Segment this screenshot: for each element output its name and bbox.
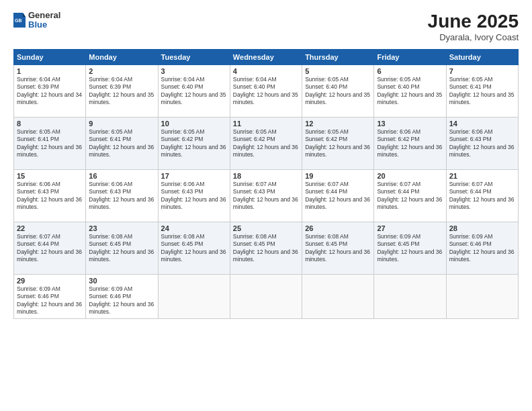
calendar-cell: [446, 275, 518, 319]
logo-blue: Blue: [28, 20, 60, 30]
svg-text:GB: GB: [15, 18, 22, 23]
day-number: 3: [161, 67, 227, 75]
day-number: 8: [17, 120, 83, 128]
col-header-friday: Friday: [374, 50, 446, 65]
logo-general: General: [28, 11, 60, 20]
day-info: Sunrise: 6:05 AMSunset: 6:40 PMDaylight:…: [305, 76, 370, 105]
day-number: 12: [305, 120, 371, 128]
day-info: Sunrise: 6:09 AMSunset: 6:46 PMDaylight:…: [449, 233, 515, 263]
day-number: 21: [449, 172, 515, 180]
day-info: Sunrise: 6:04 AMSunset: 6:40 PMDaylight:…: [233, 76, 298, 105]
day-number: 4: [233, 67, 299, 75]
calendar-cell: 20 Sunrise: 6:07 AMSunset: 6:44 PMDaylig…: [374, 170, 446, 222]
calendar-cell: 28 Sunrise: 6:09 AMSunset: 6:46 PMDaylig…: [446, 222, 518, 275]
day-info: Sunrise: 6:05 AMSunset: 6:40 PMDaylight:…: [377, 76, 442, 105]
calendar-cell: 19 Sunrise: 6:07 AMSunset: 6:44 PMDaylig…: [302, 170, 374, 222]
calendar-cell: 26 Sunrise: 6:08 AMSunset: 6:45 PMDaylig…: [302, 222, 374, 275]
col-header-thursday: Thursday: [302, 50, 374, 65]
day-info: Sunrise: 6:07 AMSunset: 6:44 PMDaylight:…: [17, 233, 82, 263]
day-number: 30: [89, 277, 154, 285]
day-info: Sunrise: 6:06 AMSunset: 6:43 PMDaylight:…: [449, 128, 515, 158]
day-info: Sunrise: 6:08 AMSunset: 6:45 PMDaylight:…: [161, 233, 226, 263]
calendar-cell: [158, 275, 230, 319]
day-number: 18: [233, 172, 299, 180]
logo-text: General Blue: [28, 11, 60, 30]
logo: GB General Blue: [13, 11, 60, 30]
day-info: Sunrise: 6:04 AMSunset: 6:39 PMDaylight:…: [89, 76, 154, 105]
day-info: Sunrise: 6:07 AMSunset: 6:44 PMDaylight:…: [449, 181, 515, 210]
day-info: Sunrise: 6:05 AMSunset: 6:42 PMDaylight:…: [161, 128, 226, 158]
calendar-cell: 18 Sunrise: 6:07 AMSunset: 6:43 PMDaylig…: [230, 170, 302, 222]
calendar-cell: 8 Sunrise: 6:05 AMSunset: 6:41 PMDayligh…: [14, 118, 86, 170]
calendar-cell: 7 Sunrise: 6:05 AMSunset: 6:41 PMDayligh…: [446, 65, 518, 118]
col-header-tuesday: Tuesday: [158, 50, 230, 65]
day-info: Sunrise: 6:08 AMSunset: 6:45 PMDaylight:…: [89, 233, 154, 263]
day-info: Sunrise: 6:09 AMSunset: 6:45 PMDaylight:…: [377, 233, 442, 263]
calendar-cell: [374, 275, 446, 319]
calendar-cell: 24 Sunrise: 6:08 AMSunset: 6:45 PMDaylig…: [158, 222, 230, 275]
col-header-monday: Monday: [86, 50, 158, 65]
calendar-week-3: 15 Sunrise: 6:06 AMSunset: 6:43 PMDaylig…: [14, 170, 519, 222]
calendar-week-5: 29 Sunrise: 6:09 AMSunset: 6:46 PMDaylig…: [14, 275, 519, 319]
calendar-header-row: SundayMondayTuesdayWednesdayThursdayFrid…: [14, 50, 519, 65]
calendar-cell: 5 Sunrise: 6:05 AMSunset: 6:40 PMDayligh…: [302, 65, 374, 118]
day-number: 27: [377, 224, 443, 232]
day-number: 26: [305, 224, 371, 232]
day-number: 29: [17, 277, 83, 285]
day-info: Sunrise: 6:04 AMSunset: 6:40 PMDaylight:…: [161, 76, 226, 105]
day-info: Sunrise: 6:06 AMSunset: 6:43 PMDaylight:…: [89, 181, 154, 210]
calendar-cell: 1 Sunrise: 6:04 AMSunset: 6:39 PMDayligh…: [14, 65, 86, 118]
calendar-cell: 11 Sunrise: 6:05 AMSunset: 6:42 PMDaylig…: [230, 118, 302, 170]
calendar-cell: 4 Sunrise: 6:04 AMSunset: 6:40 PMDayligh…: [230, 65, 302, 118]
location-subtitle: Dyarala, Ivory Coast: [428, 32, 519, 42]
day-number: 7: [449, 67, 515, 75]
col-header-saturday: Saturday: [446, 50, 518, 65]
day-info: Sunrise: 6:06 AMSunset: 6:42 PMDaylight:…: [377, 128, 442, 158]
calendar-cell: [302, 275, 374, 319]
logo-icon: GB: [13, 13, 26, 28]
calendar-cell: 15 Sunrise: 6:06 AMSunset: 6:43 PMDaylig…: [14, 170, 86, 222]
calendar-cell: 21 Sunrise: 6:07 AMSunset: 6:44 PMDaylig…: [446, 170, 518, 222]
header: GB General Blue June 2025 Dyarala, Ivory…: [13, 11, 519, 42]
calendar-week-1: 1 Sunrise: 6:04 AMSunset: 6:39 PMDayligh…: [14, 65, 519, 118]
day-number: 15: [17, 172, 83, 180]
calendar-cell: 17 Sunrise: 6:06 AMSunset: 6:43 PMDaylig…: [158, 170, 230, 222]
day-info: Sunrise: 6:06 AMSunset: 6:43 PMDaylight:…: [17, 181, 82, 210]
calendar-cell: 10 Sunrise: 6:05 AMSunset: 6:42 PMDaylig…: [158, 118, 230, 170]
day-number: 6: [377, 67, 443, 75]
day-info: Sunrise: 6:06 AMSunset: 6:43 PMDaylight:…: [161, 181, 226, 210]
calendar-table: SundayMondayTuesdayWednesdayThursdayFrid…: [13, 49, 519, 319]
day-info: Sunrise: 6:09 AMSunset: 6:46 PMDaylight:…: [17, 285, 82, 315]
day-number: 5: [305, 67, 371, 75]
calendar-cell: 22 Sunrise: 6:07 AMSunset: 6:44 PMDaylig…: [14, 222, 86, 275]
calendar-cell: 6 Sunrise: 6:05 AMSunset: 6:40 PMDayligh…: [374, 65, 446, 118]
day-number: 20: [377, 172, 443, 180]
calendar-cell: 16 Sunrise: 6:06 AMSunset: 6:43 PMDaylig…: [86, 170, 158, 222]
day-info: Sunrise: 6:09 AMSunset: 6:46 PMDaylight:…: [89, 285, 154, 315]
day-number: 1: [17, 67, 83, 75]
day-number: 10: [161, 120, 227, 128]
calendar-cell: 27 Sunrise: 6:09 AMSunset: 6:45 PMDaylig…: [374, 222, 446, 275]
calendar-cell: 30 Sunrise: 6:09 AMSunset: 6:46 PMDaylig…: [86, 275, 158, 319]
calendar-cell: 14 Sunrise: 6:06 AMSunset: 6:43 PMDaylig…: [446, 118, 518, 170]
calendar-cell: 2 Sunrise: 6:04 AMSunset: 6:39 PMDayligh…: [86, 65, 158, 118]
day-info: Sunrise: 6:05 AMSunset: 6:41 PMDaylight:…: [89, 128, 154, 158]
day-number: 25: [233, 224, 299, 232]
calendar-cell: [230, 275, 302, 319]
title-area: June 2025 Dyarala, Ivory Coast: [428, 11, 519, 42]
day-info: Sunrise: 6:04 AMSunset: 6:39 PMDaylight:…: [17, 76, 82, 105]
col-header-wednesday: Wednesday: [230, 50, 302, 65]
calendar-cell: 9 Sunrise: 6:05 AMSunset: 6:41 PMDayligh…: [86, 118, 158, 170]
day-number: 17: [161, 172, 227, 180]
day-number: 2: [89, 67, 154, 75]
day-number: 28: [449, 224, 515, 232]
calendar-page: GB General Blue June 2025 Dyarala, Ivory…: [0, 0, 532, 411]
calendar-cell: 29 Sunrise: 6:09 AMSunset: 6:46 PMDaylig…: [14, 275, 86, 319]
calendar-cell: 25 Sunrise: 6:08 AMSunset: 6:45 PMDaylig…: [230, 222, 302, 275]
day-number: 11: [233, 120, 299, 128]
day-number: 24: [161, 224, 227, 232]
day-info: Sunrise: 6:07 AMSunset: 6:44 PMDaylight:…: [305, 181, 370, 210]
day-number: 19: [305, 172, 371, 180]
day-info: Sunrise: 6:05 AMSunset: 6:41 PMDaylight:…: [17, 128, 82, 158]
svg-marker-1: [23, 13, 26, 17]
